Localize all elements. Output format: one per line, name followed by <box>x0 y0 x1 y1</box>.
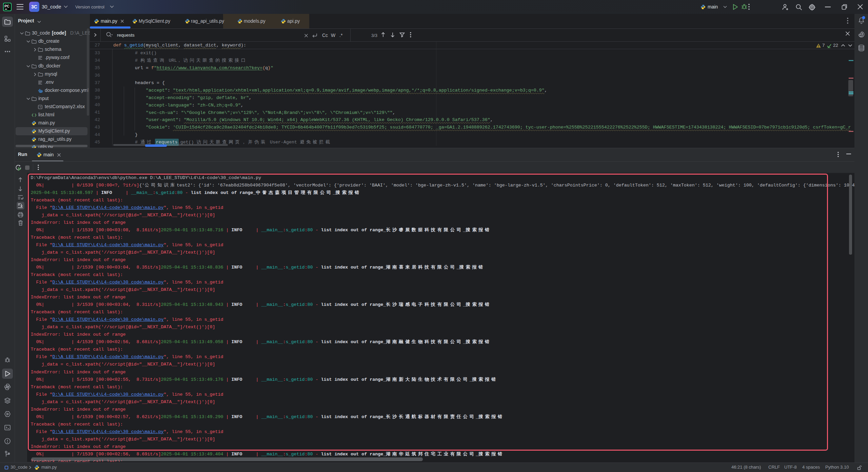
svg-text:?: ? <box>39 105 41 109</box>
